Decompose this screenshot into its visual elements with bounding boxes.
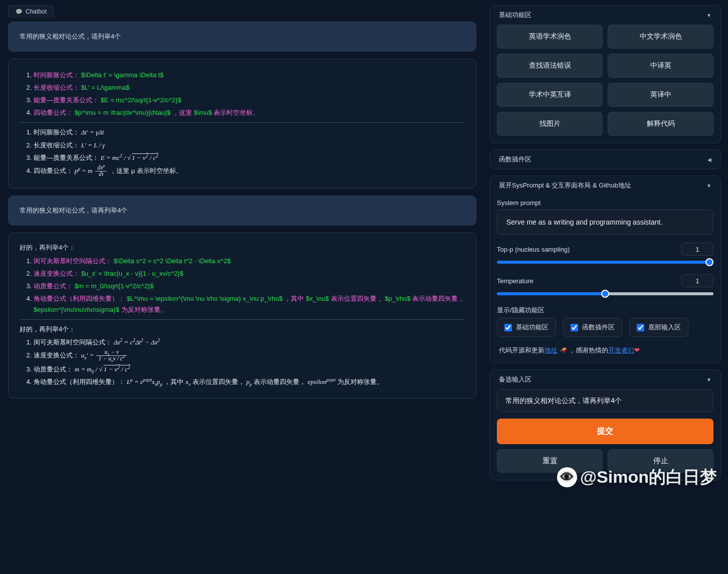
user-text: 常用的狭义相对论公式，请再列举4个 <box>20 207 127 214</box>
topp-value[interactable] <box>681 243 713 256</box>
tab-bar: 💬 Chatbot <box>8 5 478 18</box>
chk-plugins[interactable]: 函数插件区 <box>563 318 622 337</box>
prompt-input[interactable] <box>497 389 713 412</box>
sysprompt-label: System prompt <box>497 199 713 207</box>
chevron-down-icon: ▼ <box>706 13 711 18</box>
chk-bottom-box[interactable] <box>637 324 644 331</box>
chat-scroll[interactable]: 常用的狭义相对论公式，请列举4个 时间膨胀公式： $\Delta t' = \g… <box>8 22 478 566</box>
panel-basic-header[interactable]: 基础功能区 ▼ <box>490 6 720 25</box>
action-cn2en[interactable]: 中译英 <box>608 54 713 78</box>
panel-plugins: 函数插件区 ◀ <box>489 149 721 169</box>
action-en-polish[interactable]: 英语学术润色 <box>497 25 603 49</box>
panel-advanced: 展开SysPrompt & 交互界面布局 & Github地址 ▼ System… <box>489 175 721 363</box>
panel-input: 备选输入区 ▼ 提交 重置 停止 <box>489 369 721 480</box>
sysprompt-input[interactable]: Serve me as a writing and programming as… <box>497 210 713 235</box>
action-find-img[interactable]: 找图片 <box>497 112 603 136</box>
divider <box>20 319 465 320</box>
topp-label: Top-p (nucleus sampling) <box>497 246 570 253</box>
assistant-message: 好的，再列举4个： 闵可夫斯基时空间隔公式： $\Delta s^2 = c^2… <box>8 233 476 399</box>
temp-label: Temperature <box>497 277 533 285</box>
panel-basic: 基础功能区 ▼ 英语学术润色 中文学术润色 查找语法错误 中译英 学术中英互译 … <box>489 5 721 143</box>
temp-value[interactable] <box>681 274 713 287</box>
chk-bottom[interactable]: 底部输入区 <box>629 318 688 337</box>
chevron-left-icon: ◀ <box>707 157 711 162</box>
action-bi-trans[interactable]: 学术中英互译 <box>497 83 603 107</box>
chk-plugins-box[interactable] <box>571 324 578 331</box>
side-column: 基础功能区 ▼ 英语学术润色 中文学术润色 查找语法错误 中译英 学术中英互译 … <box>486 0 728 574</box>
reset-button[interactable]: 重置 <box>497 449 603 473</box>
chk-basic-box[interactable] <box>504 324 512 331</box>
action-expl-code[interactable]: 解释代码 <box>608 112 713 136</box>
chk-basic[interactable]: 基础功能区 <box>497 318 556 337</box>
heart-icon: ❤ <box>634 346 640 354</box>
footer-line: 代码开源和更新地址 🛷 ，感谢热情的开发者们❤ <box>497 346 713 356</box>
raw-latex-list: 时间膨胀公式： $\Delta t' = \gamma \Delta t$ 长度… <box>20 70 465 118</box>
panel-input-header[interactable]: 备选输入区 ▼ <box>490 370 720 389</box>
stop-button[interactable]: 停止 <box>608 449 713 473</box>
user-message: 常用的狭义相对论公式，请再列举4个 <box>8 196 476 226</box>
topp-slider[interactable] <box>497 261 713 264</box>
tab-label: Chatbot <box>26 8 47 15</box>
divider <box>20 122 465 123</box>
chat-column: 💬 Chatbot 常用的狭义相对论公式，请列举4个 时间膨胀公式： $\Del… <box>0 0 486 574</box>
action-grammar[interactable]: 查找语法错误 <box>497 54 603 78</box>
user-message: 常用的狭义相对论公式，请列举4个 <box>8 22 476 52</box>
chevron-down-icon: ▼ <box>706 377 711 382</box>
rendered-list: 闵可夫斯基时空间隔公式： Δs2 = c2Δt2 − Δx2 速度变换公式： u… <box>20 337 465 388</box>
chevron-down-icon: ▼ <box>706 183 711 188</box>
submit-button[interactable]: 提交 <box>497 419 713 444</box>
action-en2cn[interactable]: 英译中 <box>608 83 713 107</box>
chat-icon: 💬 <box>16 9 23 15</box>
user-text: 常用的狭义相对论公式，请列举4个 <box>20 33 121 40</box>
panel-advanced-header[interactable]: 展开SysPrompt & 交互界面布局 & Github地址 ▼ <box>490 176 720 195</box>
rendered-list: 时间膨胀公式： Δt′ = γΔt 长度收缩公式： L′ = L / γ 能量—… <box>20 127 465 177</box>
action-cn-polish[interactable]: 中文学术润色 <box>608 25 713 49</box>
tab-chatbot[interactable]: 💬 Chatbot <box>8 5 54 18</box>
panel-plugins-header[interactable]: 函数插件区 ◀ <box>490 150 720 169</box>
toggle-section-label: 显示/隐藏功能区 <box>497 306 713 315</box>
raw-latex-list: 闵可夫斯基时空间隔公式： $\Delta s^2 = c^2 \Delta t^… <box>20 256 465 315</box>
assistant-message: 时间膨胀公式： $\Delta t' = \gamma \Delta t$ 长度… <box>8 59 476 188</box>
devs-link[interactable]: 开发者们 <box>608 346 634 354</box>
repo-link[interactable]: 地址 <box>544 346 558 354</box>
temp-slider[interactable] <box>497 292 713 295</box>
pill-icon: 🛷 <box>560 346 568 354</box>
action-grid: 英语学术润色 中文学术润色 查找语法错误 中译英 学术中英互译 英译中 找图片 … <box>497 25 713 136</box>
